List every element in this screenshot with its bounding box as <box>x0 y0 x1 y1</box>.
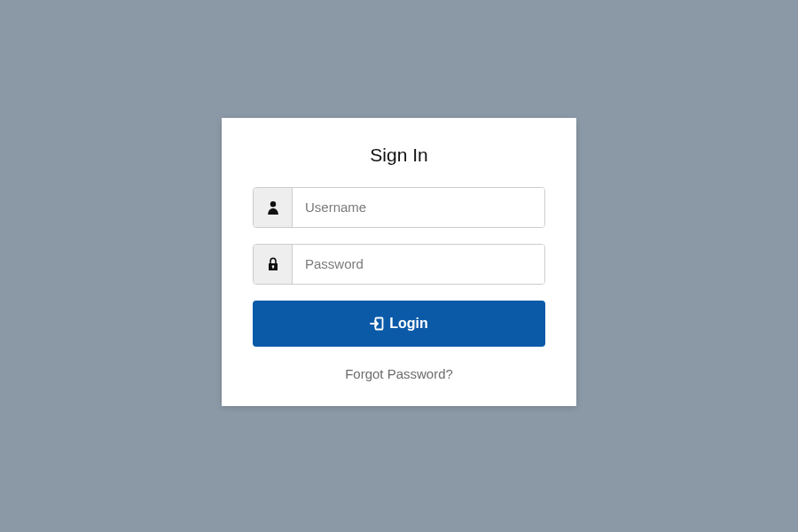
forgot-password-link[interactable]: Forgot Password? <box>253 366 545 381</box>
page-title: Sign In <box>253 145 545 166</box>
svg-point-0 <box>270 201 275 207</box>
password-input[interactable] <box>293 245 544 284</box>
username-group <box>253 187 545 228</box>
lock-icon <box>254 245 293 284</box>
login-button[interactable]: Login <box>253 301 545 347</box>
password-group <box>253 244 545 285</box>
user-icon <box>254 188 293 227</box>
login-button-label: Login <box>389 316 428 332</box>
login-card: Sign In Login <box>222 118 576 406</box>
svg-rect-3 <box>272 266 273 268</box>
login-arrow-icon <box>370 317 384 331</box>
username-input[interactable] <box>293 188 544 227</box>
